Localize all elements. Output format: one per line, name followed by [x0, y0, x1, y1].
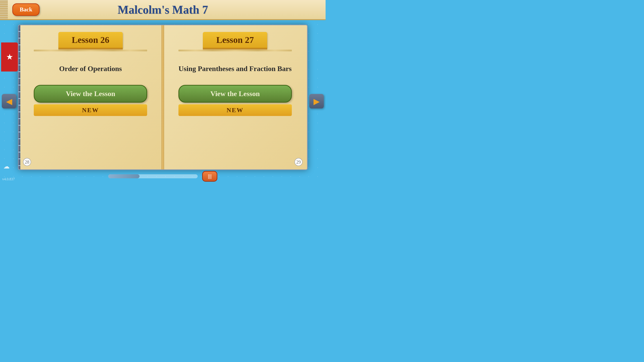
app-title: Malcolm's Math 7	[118, 3, 208, 16]
progress-bar-container	[108, 174, 198, 178]
cloud-icon: ☁	[3, 163, 10, 170]
right-arrow-icon: ▶	[314, 96, 320, 106]
nav-right-button[interactable]: ▶	[309, 94, 324, 109]
left-arrow-icon: ◀	[6, 96, 12, 106]
bookmark	[1, 42, 18, 71]
lesson-27-number: Lesson 27	[216, 35, 254, 45]
page-number-28: 28	[23, 158, 31, 166]
lesson-26-number: Lesson 26	[72, 35, 109, 45]
pause-button[interactable]: |||	[202, 171, 217, 182]
version-label: v4.0.837	[2, 177, 15, 181]
page-right: Lesson 27 Using Parentheses and Fraction…	[163, 25, 307, 169]
book: Lesson 26 Order of Operations View the L…	[18, 24, 308, 170]
lesson-27-tab: Lesson 27	[203, 32, 267, 48]
book-spine	[162, 25, 164, 169]
page-left: Lesson 26 Order of Operations View the L…	[18, 25, 163, 169]
background-area: ◀ ▶ Lesson 26 Order of Operations View t…	[0, 20, 326, 182]
lesson-27-new-badge: NEW	[178, 104, 292, 116]
back-button[interactable]: Back	[12, 3, 40, 16]
progress-bar-fill	[108, 174, 140, 178]
lesson-26-tab: Lesson 26	[58, 32, 123, 48]
lesson-26-new-badge: NEW	[34, 104, 147, 116]
page-number-29: 29	[294, 158, 302, 166]
view-lesson-26-button[interactable]: View the Lesson	[34, 85, 147, 103]
view-lesson-27-button[interactable]: View the Lesson	[178, 85, 292, 103]
bottom-bar: |||	[0, 170, 326, 182]
app-header: Back Malcolm's Math 7	[0, 0, 326, 20]
nav-left-button[interactable]: ◀	[2, 94, 16, 109]
lesson-26-topic: Order of Operations	[59, 64, 122, 74]
lesson-27-topic: Using Parentheses and Fraction Bars	[178, 64, 292, 74]
